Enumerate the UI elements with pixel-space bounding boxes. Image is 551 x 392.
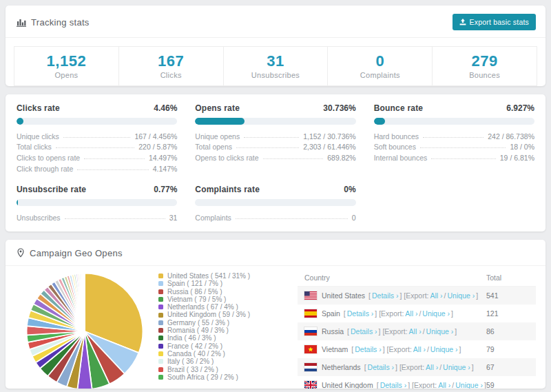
legend-item: South Africa ( 29 / 2% )	[158, 373, 293, 381]
details-link[interactable]: Details ›	[351, 327, 377, 336]
geo-country: Vietnam	[322, 345, 348, 353]
legend-swatch	[158, 305, 163, 309]
rate-progress-fill	[17, 118, 23, 125]
rate-detail-label: Clicks to opens rate	[17, 154, 80, 162]
bracket: [	[344, 309, 346, 318]
export-all-link[interactable]: All ›	[413, 345, 426, 353]
legend-swatch	[158, 281, 163, 286]
rate-detail-rows: Hard bounces 242 / 86.738% Soft bounces …	[374, 131, 534, 163]
rate-detail-label: Unique clicks	[17, 132, 59, 141]
rate-detail-row: Unique opens 1,152 / 30.736%	[195, 131, 355, 142]
geo-row-es: Spain [Details ›] [Export:All ›/Unique ›…	[298, 305, 536, 322]
legend-item: Brazil ( 33 / 2% )	[158, 366, 293, 373]
geo-country: United States	[322, 291, 365, 300]
details-link[interactable]: Details ›	[355, 345, 382, 353]
rate-detail-label: Total clicks	[17, 143, 52, 151]
rate-detail-value: 18 / 0%	[510, 143, 534, 151]
details-link[interactable]: Details ›	[368, 363, 395, 371]
bracket: ]	[455, 327, 457, 336]
rate-detail-label: Unsubscribes	[17, 214, 61, 222]
rate-detail-value: 31	[169, 214, 178, 222]
legend-label: Spain ( 121 / 7% )	[167, 280, 222, 287]
rate-detail-value: 689.82%	[327, 154, 355, 162]
export-unique-link[interactable]: Unique ›	[443, 363, 470, 371]
rate-title: Opens rate	[195, 103, 240, 113]
bracket: ]	[472, 363, 474, 371]
legend-item: India ( 46 / 3% )	[158, 334, 293, 342]
details-link[interactable]: Details ›	[372, 291, 399, 300]
bracket: ]	[451, 309, 453, 318]
geo-total-value: 541	[486, 291, 529, 300]
details-link[interactable]: Details ›	[347, 309, 374, 318]
dotted-leader	[263, 158, 324, 159]
slash: /	[452, 381, 454, 389]
rate-panel-unsubscribe-rate: Unsubscribe rate 0.77% Unsubscribes 31	[17, 185, 177, 223]
stat-label: Complaints	[331, 71, 429, 79]
tracking-stats-header: Tracking stats Export basic stats	[6, 6, 545, 38]
dotted-leader	[63, 137, 131, 138]
geo-row-ru: Russia [Details ›] [Export:All ›/Unique …	[298, 322, 536, 340]
stat-unsubscribes: 31 Unsubscribes	[224, 47, 329, 85]
rate-detail-value: 167 / 4.456%	[134, 132, 177, 141]
dotted-leader	[431, 158, 495, 159]
stat-value: 31	[227, 52, 325, 70]
rate-detail-row: Total opens 2,303 / 61.446%	[195, 142, 355, 153]
flag-vn-icon	[304, 345, 317, 353]
rate-detail-rows: Unique clicks 167 / 4.456% Total clicks …	[17, 131, 177, 174]
geo-row-nl: Netherlands [Details ›] [Export:All ›/Un…	[298, 358, 536, 376]
stat-value: 0	[331, 52, 429, 70]
rate-detail-row: Opens to clicks rate 689.82%	[195, 152, 355, 163]
rate-percentage: 0%	[344, 185, 355, 194]
export-label: [Export:	[380, 327, 407, 336]
export-all-link[interactable]: All ›	[426, 363, 438, 371]
rate-detail-value: 1,152 / 30.736%	[303, 132, 355, 141]
details-link[interactable]: Details ›	[380, 381, 407, 389]
legend-label: United States ( 541 / 31% )	[167, 272, 250, 280]
geo-country: Netherlands	[322, 363, 361, 371]
geo-pie-chart[interactable]	[17, 269, 158, 389]
legend-swatch	[158, 320, 163, 325]
rate-detail-label: Unique opens	[195, 132, 240, 141]
stat-value: 167	[122, 52, 220, 70]
export-label: [Export:	[402, 291, 428, 300]
legend-label: Vietnam ( 79 / 5% )	[167, 296, 226, 303]
rate-panel-complaints-rate: Complaints rate 0% Complaints 0	[195, 185, 355, 223]
export-unique-link[interactable]: Unique ›	[430, 345, 458, 353]
tracking-stats-title: Tracking stats	[31, 17, 90, 28]
column-country: Country	[304, 274, 330, 282]
legend-swatch	[158, 313, 163, 318]
export-all-link[interactable]: All ›	[405, 309, 417, 318]
stat-value: 279	[435, 52, 534, 70]
rate-detail-row: Soft bounces 18 / 0%	[374, 142, 534, 153]
legend-item: Vietnam ( 79 / 5% )	[158, 296, 293, 303]
export-all-link[interactable]: All ›	[409, 327, 422, 336]
legend-label: United Kingdom ( 59 / 3% )	[167, 311, 250, 318]
legend-label: France ( 42 / 2% )	[167, 342, 222, 350]
export-basic-stats-button[interactable]: Export basic stats	[453, 14, 536, 30]
legend-swatch	[158, 289, 163, 294]
export-label: [Export:	[385, 345, 412, 353]
bracket: [	[351, 345, 353, 353]
rate-detail-rows: Unique opens 1,152 / 30.736% Total opens…	[195, 131, 355, 163]
rate-progress-bar	[195, 199, 355, 206]
bracket: ]	[459, 345, 461, 353]
export-unique-link[interactable]: Unique ›	[426, 327, 454, 336]
stat-label: Opens	[17, 71, 116, 79]
export-unique-link[interactable]: Unique ›	[448, 291, 475, 300]
dotted-leader	[423, 137, 484, 138]
geo-table: Country Total United States [Details ›] …	[298, 269, 536, 389]
export-unique-link[interactable]: Unique ›	[422, 309, 450, 318]
legend-swatch	[158, 351, 163, 356]
export-all-link[interactable]: All ›	[430, 291, 443, 300]
slash: /	[444, 291, 446, 300]
rate-detail-value: 0	[352, 214, 356, 222]
legend-label: Romania ( 49 / 3% )	[167, 327, 229, 334]
flag-gb-icon	[304, 381, 317, 389]
slash: /	[439, 363, 441, 371]
export-unique-link[interactable]: Unique ›	[455, 381, 483, 389]
rate-percentage: 6.927%	[506, 103, 534, 113]
rate-progress-fill	[17, 199, 18, 206]
stat-complaints: 0 Complaints	[328, 47, 433, 85]
export-all-link[interactable]: All ›	[438, 381, 450, 389]
rates-grid: Clicks rate 4.46% Unique clicks 167 / 4.…	[17, 103, 534, 223]
